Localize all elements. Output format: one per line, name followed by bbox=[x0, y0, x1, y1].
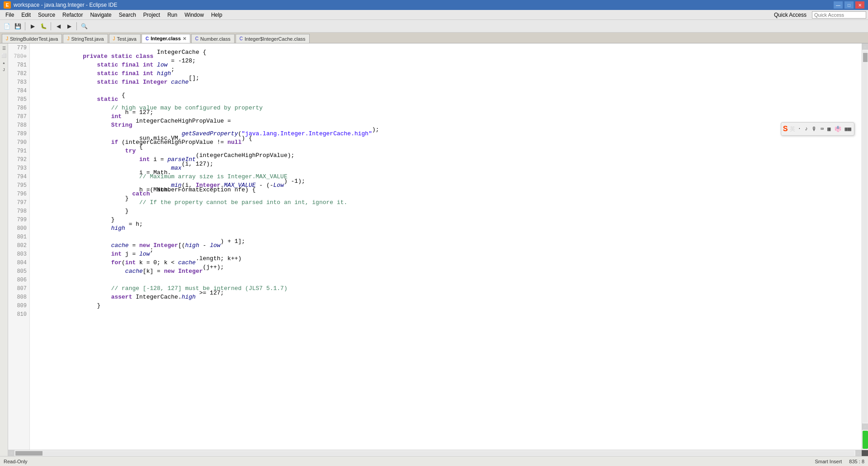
tab-bar: J StringBuilderTest.java J StringTest.ja… bbox=[0, 33, 868, 43]
im-cloth-btn[interactable]: 👘 bbox=[834, 125, 842, 133]
tab-icon-4: C bbox=[146, 36, 149, 41]
line-809: 809 bbox=[8, 301, 29, 310]
line-787: 787 bbox=[8, 112, 29, 121]
quick-access-label: Quick Access bbox=[770, 11, 810, 19]
status-insert-mode: Smart Insert bbox=[815, 459, 842, 464]
sidebar-icon-3[interactable]: ★ bbox=[1, 60, 7, 66]
im-mic-btn[interactable]: 🎙 bbox=[811, 125, 818, 133]
app-icon: E bbox=[4, 1, 11, 9]
title-bar: E workspace - java.lang.Integer - Eclips… bbox=[0, 0, 868, 10]
line-802: 802 bbox=[8, 241, 29, 250]
line-788: 788 bbox=[8, 121, 29, 129]
scroll-track[interactable] bbox=[863, 51, 868, 423]
menu-run[interactable]: Run bbox=[164, 11, 181, 19]
tab-label-2: StringTest.java bbox=[71, 36, 104, 42]
im-music-btn[interactable]: ♪ bbox=[804, 125, 809, 133]
line-799: 799 bbox=[8, 215, 29, 224]
back-button[interactable]: ◀ bbox=[53, 21, 63, 31]
line-806: 806 bbox=[8, 276, 29, 284]
code-line-789: sun.misc.VM.getSavedProperty("java.lang.… bbox=[30, 129, 862, 138]
code-line-805: cache[k] = new Integer(j++); bbox=[30, 267, 862, 276]
sidebar-icon-2[interactable]: ⬜ bbox=[1, 52, 7, 59]
code-line-800: high = h; bbox=[30, 224, 862, 233]
im-grid2-btn[interactable]: ▦▦ bbox=[844, 125, 852, 133]
scroll-thumb[interactable] bbox=[863, 53, 868, 62]
close-button[interactable]: ✕ bbox=[855, 1, 864, 9]
line-801: 801 bbox=[8, 233, 29, 241]
debug-button[interactable]: 🐛 bbox=[38, 21, 48, 31]
minimize-button[interactable]: — bbox=[834, 1, 843, 9]
code-line-806 bbox=[30, 276, 862, 284]
code-line-793: i = Math.max(i, 127); bbox=[30, 164, 862, 172]
tab-number-class[interactable]: C Number.class bbox=[191, 34, 235, 43]
tab-integer-class[interactable]: C Integer.class ✕ bbox=[142, 34, 190, 43]
sidebar-icon-4[interactable]: J bbox=[1, 67, 7, 73]
line-807: 807 bbox=[8, 284, 29, 293]
menu-project[interactable]: Project bbox=[140, 11, 164, 19]
sidebar-icon-1[interactable]: ☰ bbox=[1, 45, 7, 52]
tab-label-4: Integer.class bbox=[151, 36, 181, 41]
line-780: 780⊕ bbox=[8, 52, 29, 61]
h-scroll-track[interactable] bbox=[15, 451, 854, 456]
code-line-797: // If the property cannot be parsed into… bbox=[30, 198, 862, 207]
tab-icon-6: C bbox=[240, 36, 243, 41]
im-dot-btn[interactable]: · bbox=[797, 125, 802, 133]
code-line-804: for(int k = 0; k < cache.length; k++) bbox=[30, 258, 862, 267]
tab-close-4[interactable]: ✕ bbox=[183, 36, 186, 41]
status-position: 835 : 8 bbox=[849, 459, 864, 464]
menu-refactor[interactable]: Refactor bbox=[59, 11, 86, 19]
run-button[interactable]: ▶ bbox=[28, 21, 38, 31]
vertical-scrollbar[interactable]: ▲ ▼ bbox=[862, 43, 868, 450]
toolbar-sep-2 bbox=[51, 22, 51, 30]
line-785: 785 bbox=[8, 95, 29, 104]
save-button[interactable]: 💾 bbox=[13, 21, 23, 31]
scroll-down-arrow[interactable]: ▼ bbox=[862, 423, 868, 430]
tab-icon-5: C bbox=[195, 36, 198, 41]
quick-access-input[interactable] bbox=[812, 11, 866, 19]
im-s-icon[interactable]: S bbox=[783, 124, 788, 133]
tab-stringbuildertest[interactable]: J StringBuilderTest.java bbox=[2, 34, 62, 43]
overview-ruler-marker bbox=[863, 431, 868, 449]
left-sidebar: ☰ ⬜ ★ J bbox=[0, 43, 8, 456]
code-line-809: } bbox=[30, 301, 862, 310]
new-button[interactable]: 📄 bbox=[2, 21, 12, 31]
code-line-807: // range [-128, 127] must be interned (J… bbox=[30, 284, 862, 293]
line-803: 803 bbox=[8, 250, 29, 258]
im-lang-label[interactable]: 英 bbox=[790, 125, 795, 133]
code-line-786: // high value may be configured by prope… bbox=[30, 104, 862, 112]
code-line-810 bbox=[30, 310, 862, 319]
tab-test[interactable]: J Test.java bbox=[109, 34, 141, 43]
search-button[interactable]: 🔍 bbox=[79, 21, 89, 31]
quick-access-area: Quick Access bbox=[770, 11, 866, 19]
window-controls[interactable]: — □ ✕ bbox=[834, 1, 864, 9]
editor: 779 780⊕ 781 782 783 784 785 786 787 788… bbox=[8, 43, 868, 456]
line-797: 797 bbox=[8, 198, 29, 207]
code-content[interactable]: private static class IntegerCache { stat… bbox=[30, 43, 862, 450]
menu-help[interactable]: Help bbox=[208, 11, 226, 19]
scroll-up-arrow[interactable]: ▲ bbox=[862, 43, 868, 50]
maximize-button[interactable]: □ bbox=[844, 1, 854, 9]
im-keyboard-btn[interactable]: ⌨ bbox=[820, 125, 825, 133]
tab-integer-cache-class[interactable]: C Integer$IntegerCache.class bbox=[236, 34, 310, 43]
menu-file[interactable]: File bbox=[2, 11, 18, 19]
im-grid-btn[interactable]: ▦ bbox=[826, 125, 831, 133]
code-line-808: assert IntegerCache.high >= 127; bbox=[30, 293, 862, 301]
horizontal-scrollbar[interactable]: ◀ ▶ bbox=[8, 450, 868, 456]
line-793: 793 bbox=[8, 164, 29, 172]
tab-stringtest[interactable]: J StringTest.java bbox=[63, 34, 108, 43]
menu-navigate[interactable]: Navigate bbox=[86, 11, 115, 19]
code-line-798: } bbox=[30, 207, 862, 215]
menu-search[interactable]: Search bbox=[115, 11, 140, 19]
menu-window[interactable]: Window bbox=[181, 11, 208, 19]
title-left: E workspace - java.lang.Integer - Eclips… bbox=[4, 1, 117, 9]
main-area: ☰ ⬜ ★ J 779 780⊕ 781 782 783 784 785 786… bbox=[0, 43, 868, 456]
menu-source[interactable]: Source bbox=[34, 11, 59, 19]
forward-button[interactable]: ▶ bbox=[64, 21, 74, 31]
scroll-right-arrow[interactable]: ▶ bbox=[855, 450, 862, 456]
scroll-left-arrow[interactable]: ◀ bbox=[8, 450, 14, 456]
menu-edit[interactable]: Edit bbox=[18, 11, 34, 19]
tab-label-5: Number.class bbox=[200, 36, 231, 42]
h-scroll-thumb[interactable] bbox=[15, 451, 42, 456]
line-796: 796 bbox=[8, 190, 29, 198]
input-method-toolbar: S 英 · ♪ 🎙 ⌨ ▦ 👘 ▦▦ bbox=[781, 122, 854, 136]
